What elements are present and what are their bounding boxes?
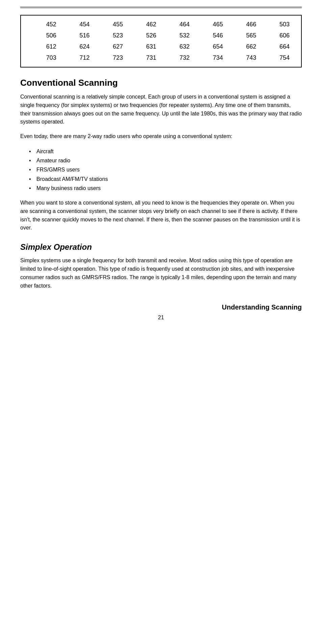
table-cell: 654: [194, 41, 228, 52]
table-cell: 465: [194, 19, 228, 30]
list-item: Amateur radio: [30, 156, 302, 165]
table-cell: 565: [228, 30, 261, 41]
table-cell: 754: [261, 52, 294, 63]
conventional-scanning-para1: Conventional scanning is a relatively si…: [20, 93, 302, 126]
table-cell: 703: [28, 52, 61, 63]
footer-area: Understanding Scanning: [20, 303, 302, 311]
top-rule: [20, 7, 302, 8]
table-cell: 624: [61, 41, 95, 52]
table-row: 703712723731732734743754: [28, 52, 294, 63]
frequency-table: 4524544554624644654665035065165235265325…: [28, 19, 294, 63]
bullet-list: AircraftAmateur radioFRS/GMRS usersBroad…: [20, 147, 302, 193]
table-cell: 734: [194, 52, 228, 63]
table-cell: 612: [28, 41, 61, 52]
table-cell: 466: [228, 19, 261, 30]
table-cell: 723: [95, 52, 128, 63]
table-row: 506516523526532546565606: [28, 30, 294, 41]
table-cell: 454: [61, 19, 95, 30]
table-cell: 532: [161, 30, 194, 41]
table-cell: 503: [261, 19, 294, 30]
table-row: 452454455462464465466503: [28, 19, 294, 30]
simplex-operation-para1: Simplex systems use a single frequency f…: [20, 257, 302, 290]
footer-right-text: Understanding Scanning: [222, 303, 302, 311]
table-cell: 631: [128, 41, 161, 52]
list-item: Many business radio users: [30, 184, 302, 193]
table-cell: 506: [28, 30, 61, 41]
page-container: 4524544554624644654665035065165235265325…: [0, 0, 322, 644]
table-row: 612624627631632654662664: [28, 41, 294, 52]
frequency-table-container: 4524544554624644654665035065165235265325…: [20, 15, 302, 68]
table-cell: 452: [28, 19, 61, 30]
conventional-scanning-heading: Conventional Scanning: [20, 78, 302, 88]
page-number: 21: [20, 315, 302, 321]
table-cell: 526: [128, 30, 161, 41]
table-cell: 662: [228, 41, 261, 52]
table-cell: 546: [194, 30, 228, 41]
table-cell: 516: [61, 30, 95, 41]
table-cell: 664: [261, 41, 294, 52]
table-cell: 627: [95, 41, 128, 52]
table-cell: 732: [161, 52, 194, 63]
simplex-operation-heading: Simplex Operation: [20, 242, 302, 252]
list-item: FRS/GMRS users: [30, 165, 302, 174]
table-cell: 606: [261, 30, 294, 41]
table-cell: 731: [128, 52, 161, 63]
table-cell: 743: [228, 52, 261, 63]
list-item: Aircraft: [30, 147, 302, 156]
table-cell: 712: [61, 52, 95, 63]
table-cell: 455: [95, 19, 128, 30]
table-cell: 462: [128, 19, 161, 30]
table-cell: 632: [161, 41, 194, 52]
conventional-scanning-para2: Even today, there are many 2-way radio u…: [20, 132, 302, 141]
conventional-scanning-para3: When you want to store a conventional sy…: [20, 199, 302, 232]
table-cell: 523: [95, 30, 128, 41]
list-item: Broadcast AM/FM/TV stations: [30, 175, 302, 184]
table-cell: 464: [161, 19, 194, 30]
